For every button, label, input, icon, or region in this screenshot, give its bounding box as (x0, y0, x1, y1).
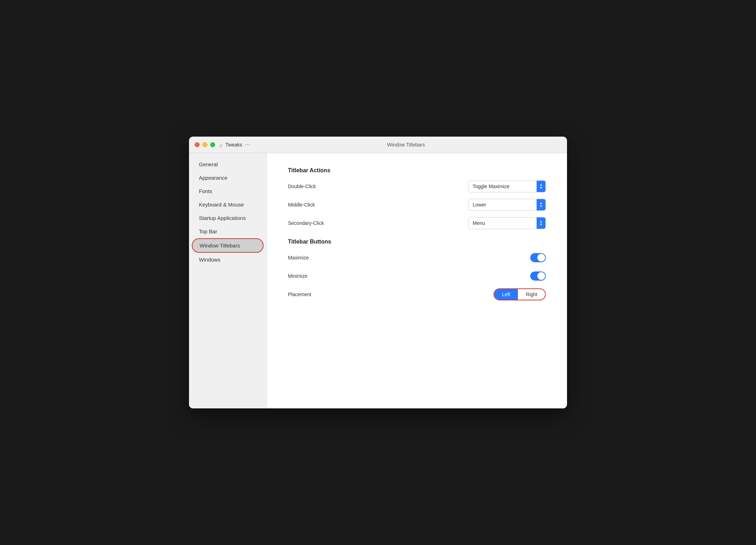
secondary-click-row: Secondary-Click Menu ▲ ▼ (288, 217, 546, 229)
maximize-button[interactable] (210, 142, 215, 147)
sidebar-item-windows[interactable]: Windows (192, 253, 264, 266)
double-click-value: Toggle Maximize (468, 181, 537, 191)
double-click-arrows[interactable]: ▲ ▼ (537, 181, 545, 192)
secondary-click-label: Secondary-Click (288, 220, 324, 226)
arrow-down-icon: ▼ (539, 223, 543, 226)
titlebar-buttons-heading: Titlebar Buttons (288, 239, 546, 245)
titlebar-actions-heading: Titlebar Actions (288, 167, 546, 174)
titlebar-actions-section: Titlebar Actions Double-Click Toggle Max… (288, 167, 546, 229)
middle-click-label: Middle-Click (288, 202, 315, 208)
minimize-toggle-thumb (537, 272, 545, 280)
sidebar-item-keyboard-mouse[interactable]: Keyboard & Mouse (192, 198, 264, 211)
maximize-label: Maximize (288, 255, 309, 260)
secondary-click-value: Menu (468, 218, 537, 228)
arrow-down-icon: ▼ (539, 186, 543, 190)
search-icon[interactable]: ⌕ (219, 142, 223, 148)
placement-row: Placement Left Right (288, 288, 546, 301)
minimize-toggle-track (530, 271, 546, 281)
app-window: ⌕ Tweaks ··· Window Titlebars General Ap… (189, 137, 567, 408)
sidebar-item-appearance[interactable]: Appearance (192, 171, 264, 184)
placement-label: Placement (288, 292, 311, 297)
minimize-toggle[interactable] (530, 271, 546, 281)
maximize-row: Maximize (288, 251, 546, 264)
titlebar-buttons-section: Titlebar Buttons Maximize Minimize (288, 239, 546, 301)
minimize-button[interactable] (202, 142, 207, 147)
sidebar: General Appearance Fonts Keyboard & Mous… (189, 153, 267, 408)
placement-right-button[interactable]: Right (518, 289, 545, 300)
secondary-click-dropdown[interactable]: Menu ▲ ▼ (468, 217, 546, 229)
main-content: Titlebar Actions Double-Click Toggle Max… (267, 153, 567, 408)
middle-click-dropdown[interactable]: Lower ▲ ▼ (468, 199, 546, 211)
titlebar: ⌕ Tweaks ··· Window Titlebars (189, 137, 567, 153)
minimize-label: Minimize (288, 273, 307, 279)
sidebar-item-startup-applications[interactable]: Startup Applications (192, 211, 264, 224)
placement-control[interactable]: Left Right (494, 288, 546, 300)
sidebar-item-top-bar[interactable]: Top Bar (192, 225, 264, 238)
secondary-click-arrows[interactable]: ▲ ▼ (537, 217, 545, 229)
middle-click-row: Middle-Click Lower ▲ ▼ (288, 198, 546, 211)
double-click-dropdown[interactable]: Toggle Maximize ▲ ▼ (468, 180, 546, 192)
double-click-row: Double-Click Toggle Maximize ▲ ▼ (288, 180, 546, 193)
maximize-toggle-thumb (537, 254, 545, 262)
traffic-lights (195, 142, 215, 147)
maximize-toggle[interactable] (530, 253, 546, 262)
maximize-toggle-track (530, 253, 546, 262)
sidebar-item-general[interactable]: General (192, 158, 264, 171)
content-area: General Appearance Fonts Keyboard & Mous… (189, 153, 567, 408)
close-button[interactable] (195, 142, 200, 147)
middle-click-arrows[interactable]: ▲ ▼ (537, 199, 545, 210)
more-options-button[interactable]: ··· (245, 142, 250, 148)
minimize-row: Minimize (288, 270, 546, 282)
double-click-label: Double-Click (288, 184, 316, 189)
arrow-down-icon: ▼ (539, 205, 543, 208)
sidebar-item-fonts[interactable]: Fonts (192, 185, 264, 198)
app-name: Tweaks (225, 142, 242, 148)
sidebar-item-window-titlebars[interactable]: Window Titlebars (192, 238, 264, 253)
placement-left-button[interactable]: Left (494, 289, 518, 300)
window-title: Window Titlebars (251, 142, 561, 148)
middle-click-value: Lower (468, 200, 537, 210)
